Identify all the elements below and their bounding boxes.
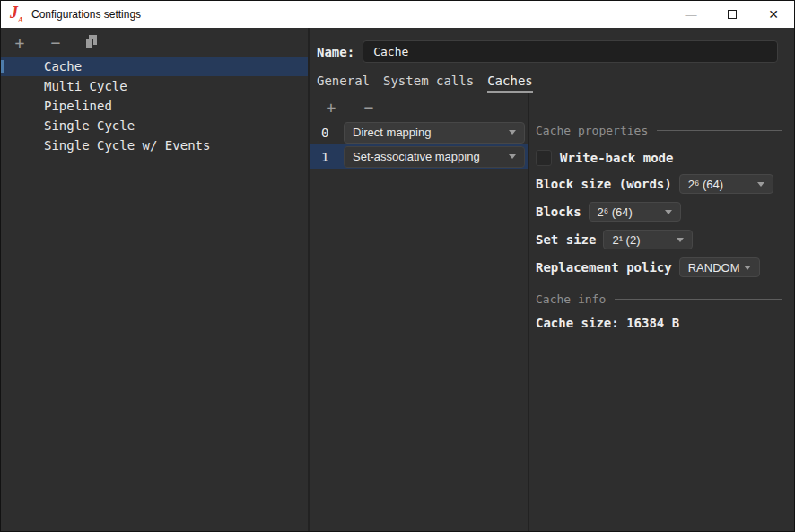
write-back-row: Write-back mode bbox=[536, 150, 782, 166]
sidebar-item-multi-cycle[interactable]: Multi Cycle bbox=[1, 76, 308, 96]
name-input[interactable] bbox=[363, 40, 778, 63]
minimize-button[interactable]: — bbox=[670, 1, 712, 28]
sidebar-item-pipelined[interactable]: Pipelined bbox=[1, 96, 308, 116]
block-size-select[interactable]: 2⁶ (64) bbox=[679, 174, 773, 194]
blocks-label: Blocks bbox=[536, 205, 581, 219]
selected-value: Set-associative mapping bbox=[353, 150, 480, 163]
tab-bar: General System calls Caches bbox=[317, 74, 794, 93]
block-size-label: Block size (words) bbox=[536, 177, 672, 191]
sidebar-item-label: Single Cycle w/ Events bbox=[44, 138, 210, 153]
sidebar-item-label: Cache bbox=[44, 59, 82, 74]
replacement-policy-row: Replacement policy RANDOM bbox=[536, 257, 782, 277]
cache-row-1[interactable]: 1 Set-associative mapping bbox=[310, 144, 528, 169]
tab-caches[interactable]: Caches bbox=[487, 74, 533, 93]
chevron-down-icon bbox=[509, 130, 516, 135]
minus-icon: − bbox=[364, 98, 374, 117]
chevron-down-icon bbox=[509, 154, 516, 159]
tab-system-calls[interactable]: System calls bbox=[383, 74, 474, 93]
chevron-down-icon bbox=[677, 238, 684, 242]
sidebar-item-single-cycle[interactable]: Single Cycle bbox=[1, 116, 308, 135]
chevron-down-icon bbox=[744, 266, 751, 270]
cache-row-0[interactable]: 0 Direct mapping bbox=[310, 120, 528, 144]
copy-icon bbox=[85, 35, 98, 49]
sidebar-item-label: Single Cycle bbox=[44, 118, 135, 133]
cache-info-header: Cache info bbox=[536, 292, 782, 306]
configurations-settings-window: JA Configurations settings — ✕ + − Cache… bbox=[0, 0, 795, 532]
chevron-down-icon bbox=[665, 210, 672, 214]
replacement-policy-select[interactable]: RANDOM bbox=[679, 257, 760, 277]
set-size-select[interactable]: 2¹ (2) bbox=[603, 230, 693, 249]
write-back-checkbox[interactable] bbox=[536, 150, 552, 166]
cache-size-info: Cache size: 16384 B bbox=[536, 316, 782, 330]
minus-icon: − bbox=[51, 33, 61, 52]
selected-value: RANDOM bbox=[688, 261, 740, 275]
cache-properties-header: Cache properties bbox=[536, 123, 782, 137]
duplicate-configuration-button[interactable] bbox=[82, 32, 101, 52]
minimize-icon: — bbox=[686, 8, 697, 22]
add-cache-button[interactable]: + bbox=[321, 97, 341, 117]
set-size-label: Set size bbox=[536, 232, 596, 247]
caches-tab-content: + − 0 Direct mapping 1 Set-associative bbox=[310, 93, 794, 531]
cache-mapping-select-1[interactable]: Set-associative mapping bbox=[344, 146, 525, 168]
configurations-sidebar: + − Cache Multi Cycle Pipelined Single C… bbox=[1, 28, 310, 531]
close-icon: ✕ bbox=[768, 7, 779, 22]
plus-icon: + bbox=[327, 98, 336, 117]
close-button[interactable]: ✕ bbox=[753, 1, 794, 28]
selected-value: 2⁶ (64) bbox=[598, 205, 633, 219]
remove-cache-button[interactable]: − bbox=[359, 97, 379, 117]
sidebar-item-cache[interactable]: Cache bbox=[1, 57, 308, 76]
selection-accent bbox=[1, 60, 4, 73]
name-row: Name: bbox=[317, 40, 778, 63]
cache-mapping-select-0[interactable]: Direct mapping bbox=[344, 122, 525, 144]
section-divider bbox=[615, 299, 782, 300]
cache-properties-panel: Cache properties Write-back mode Block s… bbox=[529, 93, 794, 531]
app-body: + − Cache Multi Cycle Pipelined Single C… bbox=[1, 28, 794, 531]
window-controls: — ✕ bbox=[670, 1, 794, 28]
cache-row-index: 0 bbox=[321, 126, 344, 140]
write-back-label: Write-back mode bbox=[560, 151, 673, 165]
cache-row-index: 1 bbox=[321, 150, 344, 164]
plus-icon: + bbox=[15, 33, 25, 52]
cache-list-toolbar: + − bbox=[310, 93, 528, 120]
selected-value: 2⁶ (64) bbox=[688, 178, 723, 191]
selected-value: Direct mapping bbox=[353, 126, 431, 139]
sidebar-toolbar: + − bbox=[1, 28, 308, 57]
selected-value: 2¹ (2) bbox=[612, 233, 640, 247]
titlebar: JA Configurations settings — ✕ bbox=[1, 1, 794, 28]
blocks-select[interactable]: 2⁶ (64) bbox=[589, 202, 681, 222]
set-size-row: Set size 2¹ (2) bbox=[536, 230, 782, 249]
name-label: Name: bbox=[317, 45, 354, 59]
cache-list-panel: + − 0 Direct mapping 1 Set-associative bbox=[310, 93, 529, 531]
sidebar-item-single-cycle-events[interactable]: Single Cycle w/ Events bbox=[1, 135, 308, 155]
tab-general[interactable]: General bbox=[317, 74, 370, 93]
section-title: Cache properties bbox=[536, 124, 648, 137]
block-size-row: Block size (words) 2⁶ (64) bbox=[536, 174, 782, 194]
replacement-policy-label: Replacement policy bbox=[536, 260, 672, 275]
chevron-down-icon bbox=[757, 182, 764, 187]
maximize-button[interactable] bbox=[712, 1, 753, 28]
blocks-row: Blocks 2⁶ (64) bbox=[536, 202, 782, 222]
window-title: Configurations settings bbox=[31, 8, 141, 21]
section-title: Cache info bbox=[536, 292, 606, 306]
app-logo-icon: JA bbox=[10, 4, 23, 24]
add-configuration-button[interactable]: + bbox=[10, 32, 30, 52]
remove-configuration-button[interactable]: − bbox=[46, 32, 66, 52]
configuration-list: Cache Multi Cycle Pipelined Single Cycle… bbox=[1, 57, 308, 531]
maximize-icon bbox=[728, 10, 737, 19]
sidebar-item-label: Multi Cycle bbox=[44, 79, 127, 93]
main-panel: Name: General System calls Caches + − 0 bbox=[310, 28, 794, 531]
section-divider bbox=[657, 130, 782, 131]
sidebar-item-label: Pipelined bbox=[44, 99, 112, 113]
